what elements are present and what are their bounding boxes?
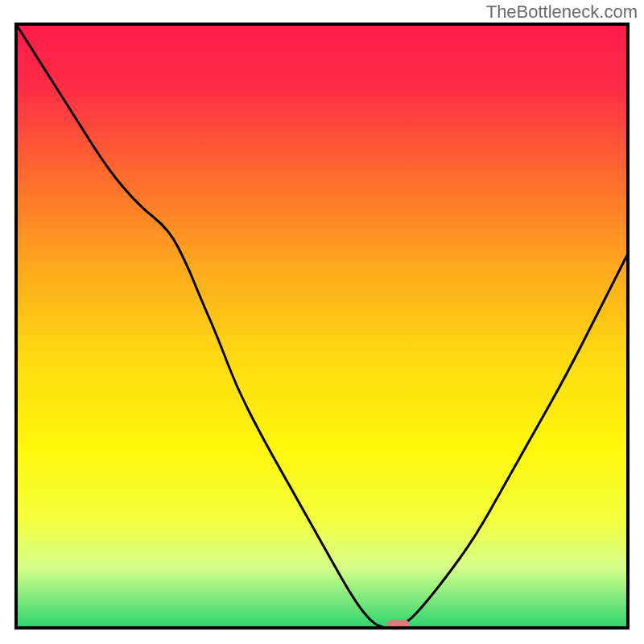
gradient-background bbox=[16, 24, 628, 628]
bottleneck-chart: TheBottleneck.com bbox=[0, 0, 644, 644]
chart-svg bbox=[0, 0, 644, 644]
watermark-label: TheBottleneck.com bbox=[486, 2, 638, 23]
